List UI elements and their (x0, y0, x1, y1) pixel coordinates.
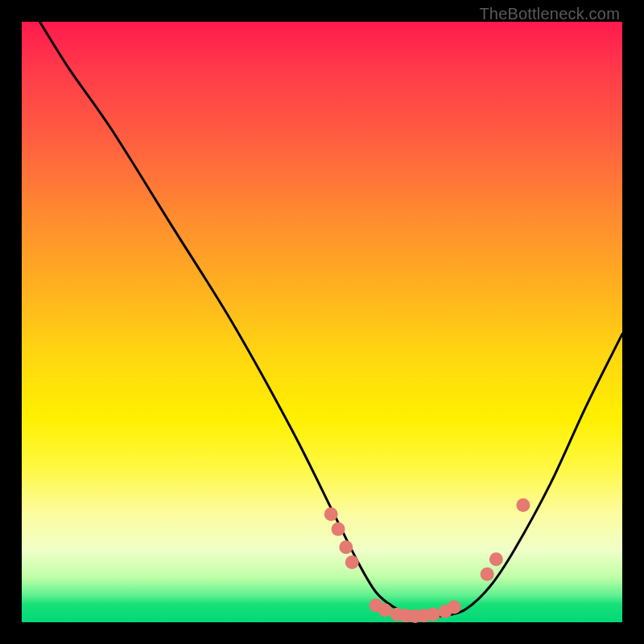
data-point (427, 608, 440, 621)
curve-markers (324, 498, 530, 623)
bottleneck-curve (22, 0, 622, 617)
data-point (378, 604, 392, 617)
data-point (516, 498, 530, 512)
chart-svg (22, 22, 622, 622)
plot-area (22, 22, 622, 622)
chart-frame: TheBottleneck.com (0, 0, 644, 644)
data-point (332, 522, 345, 536)
data-point (345, 555, 359, 569)
watermark-text: TheBottleneck.com (479, 5, 620, 23)
data-point (489, 552, 503, 566)
data-point (339, 540, 353, 554)
data-point (324, 507, 338, 521)
data-point (481, 568, 494, 581)
data-point (448, 601, 461, 614)
